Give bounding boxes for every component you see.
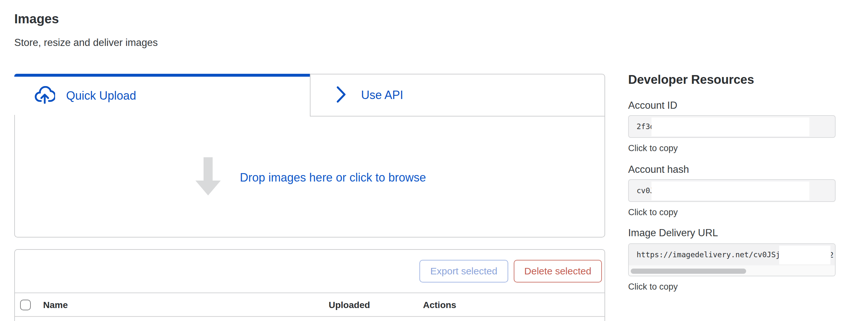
dropzone-browse-link[interactable]: Drop images here or click to browse — [240, 171, 426, 185]
account-id-copy-hint[interactable]: Click to copy — [628, 142, 678, 154]
column-header-actions: Actions — [423, 299, 456, 311]
redaction-overlay — [651, 117, 809, 136]
tab-quick-upload-label: Quick Upload — [66, 89, 136, 103]
page-title: Images — [14, 11, 59, 27]
account-hash-value-box[interactable]: cv0J — [628, 179, 836, 202]
select-all-checkbox[interactable] — [20, 300, 31, 310]
image-delivery-url-value-box[interactable]: https://imagedelivery.net/cv0JSj 2 — [628, 243, 836, 276]
divider — [15, 316, 604, 317]
horizontal-scrollbar-track — [629, 265, 835, 276]
image-delivery-url-label: Image Delivery URL — [628, 226, 718, 240]
delete-selected-button[interactable]: Delete selected — [514, 260, 602, 283]
image-delivery-url-copy-hint[interactable]: Click to copy — [628, 281, 678, 292]
horizontal-scrollbar-thumb[interactable] — [631, 269, 746, 274]
image-list-panel: Export selected Delete selected Name Upl… — [14, 249, 605, 321]
column-header-uploaded: Uploaded — [329, 299, 370, 311]
cloud-upload-icon — [34, 86, 55, 106]
redaction-overlay — [651, 182, 809, 200]
tab-quick-upload[interactable]: Quick Upload — [14, 77, 311, 115]
active-tab-indicator — [14, 74, 311, 77]
account-hash-copy-hint[interactable]: Click to copy — [628, 207, 678, 218]
page-subtitle: Store, resize and deliver images — [14, 36, 158, 49]
account-hash-label: Account hash — [628, 163, 689, 176]
tab-use-api-label: Use API — [361, 88, 403, 102]
tab-use-api[interactable]: Use API — [310, 74, 605, 116]
export-selected-button[interactable]: Export selected — [420, 260, 508, 283]
redacted-value-fragment: 2 — [831, 246, 835, 264]
developer-resources-heading: Developer Resources — [628, 72, 754, 87]
chevron-right-icon — [336, 85, 346, 105]
column-header-name: Name — [43, 299, 68, 311]
down-arrow-icon — [195, 157, 221, 198]
divider — [15, 292, 604, 293]
redaction-overlay — [779, 246, 830, 264]
account-id-value-box[interactable]: 2f3d — [628, 115, 836, 138]
account-id-label: Account ID — [628, 99, 677, 112]
